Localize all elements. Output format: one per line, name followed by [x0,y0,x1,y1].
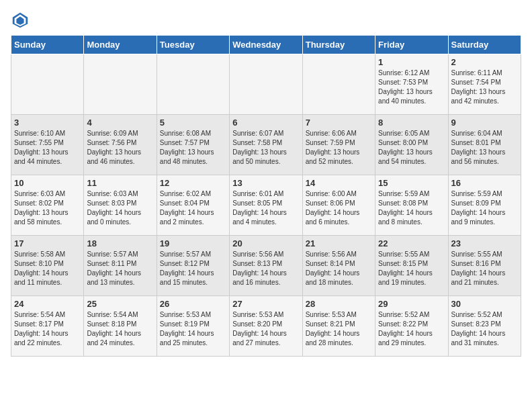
calendar-cell: 4Sunrise: 6:09 AM Sunset: 7:56 PM Daylig… [84,115,157,175]
cell-info: Sunrise: 5:52 AM Sunset: 8:22 PM Dayligh… [378,310,445,348]
logo [11,11,32,30]
weekday-header: Wednesday [230,36,302,54]
day-number: 10 [14,178,81,188]
calendar-cell: 11Sunrise: 6:03 AM Sunset: 8:03 PM Dayli… [84,175,157,236]
calendar-cell: 21Sunrise: 5:56 AM Sunset: 8:14 PM Dayli… [302,236,375,296]
cell-info: Sunrise: 5:53 AM Sunset: 8:19 PM Dayligh… [160,310,226,348]
cell-info: Sunrise: 6:09 AM Sunset: 7:56 PM Dayligh… [87,129,153,167]
calendar-cell: 10Sunrise: 6:03 AM Sunset: 8:02 PM Dayli… [11,175,84,236]
calendar-cell [157,54,229,115]
day-number: 30 [451,299,518,309]
calendar-table: SundayMondayTuesdayWednesdayThursdayFrid… [11,35,521,357]
cell-info: Sunrise: 6:00 AM Sunset: 8:06 PM Dayligh… [306,189,372,227]
cell-info: Sunrise: 5:57 AM Sunset: 8:11 PM Dayligh… [87,250,153,287]
day-number: 12 [160,178,226,188]
cell-info: Sunrise: 6:12 AM Sunset: 7:53 PM Dayligh… [378,68,445,106]
weekday-header: Friday [375,36,448,54]
calendar-cell [302,54,375,115]
calendar-cell: 19Sunrise: 5:57 AM Sunset: 8:12 PM Dayli… [157,236,229,296]
calendar-cell: 29Sunrise: 5:52 AM Sunset: 8:22 PM Dayli… [375,296,448,357]
cell-info: Sunrise: 6:07 AM Sunset: 7:58 PM Dayligh… [232,129,299,167]
calendar-cell: 15Sunrise: 5:59 AM Sunset: 8:08 PM Dayli… [375,175,448,236]
weekday-header: Sunday [11,36,84,54]
calendar-cell: 25Sunrise: 5:54 AM Sunset: 8:18 PM Dayli… [84,296,157,357]
calendar-cell: 22Sunrise: 5:55 AM Sunset: 8:15 PM Dayli… [375,236,448,296]
calendar-cell: 12Sunrise: 6:02 AM Sunset: 8:04 PM Dayli… [157,175,229,236]
day-number: 1 [378,57,445,67]
calendar-cell [11,54,84,115]
calendar-week-row: 24Sunrise: 5:54 AM Sunset: 8:17 PM Dayli… [11,296,521,357]
calendar-cell: 3Sunrise: 6:10 AM Sunset: 7:55 PM Daylig… [11,115,84,175]
cell-info: Sunrise: 6:05 AM Sunset: 8:00 PM Dayligh… [378,129,445,167]
calendar-week-row: 17Sunrise: 5:58 AM Sunset: 8:10 PM Dayli… [11,236,521,296]
day-number: 25 [87,299,153,309]
calendar-cell: 7Sunrise: 6:06 AM Sunset: 7:59 PM Daylig… [302,115,375,175]
calendar-cell: 17Sunrise: 5:58 AM Sunset: 8:10 PM Dayli… [11,236,84,296]
calendar-cell: 18Sunrise: 5:57 AM Sunset: 8:11 PM Dayli… [84,236,157,296]
cell-info: Sunrise: 5:59 AM Sunset: 8:08 PM Dayligh… [378,189,445,227]
calendar-cell: 20Sunrise: 5:56 AM Sunset: 8:13 PM Dayli… [230,236,302,296]
calendar-cell: 16Sunrise: 5:59 AM Sunset: 8:09 PM Dayli… [448,175,521,236]
cell-info: Sunrise: 6:03 AM Sunset: 8:03 PM Dayligh… [87,189,153,227]
cell-info: Sunrise: 5:57 AM Sunset: 8:12 PM Dayligh… [160,250,226,287]
day-number: 29 [378,299,445,309]
day-number: 18 [87,238,153,248]
calendar-cell: 27Sunrise: 5:53 AM Sunset: 8:20 PM Dayli… [230,296,302,357]
calendar-week-row: 10Sunrise: 6:03 AM Sunset: 8:02 PM Dayli… [11,175,521,236]
calendar-header: SundayMondayTuesdayWednesdayThursdayFrid… [11,36,521,54]
day-number: 26 [160,299,226,309]
calendar-cell: 26Sunrise: 5:53 AM Sunset: 8:19 PM Dayli… [157,296,229,357]
day-number: 16 [451,178,518,188]
cell-info: Sunrise: 5:53 AM Sunset: 8:20 PM Dayligh… [232,310,299,348]
calendar-cell: 9Sunrise: 6:04 AM Sunset: 8:01 PM Daylig… [448,115,521,175]
calendar-cell: 14Sunrise: 6:00 AM Sunset: 8:06 PM Dayli… [302,175,375,236]
calendar-cell: 28Sunrise: 5:53 AM Sunset: 8:21 PM Dayli… [302,296,375,357]
weekday-header: Monday [84,36,157,54]
calendar-cell: 6Sunrise: 6:07 AM Sunset: 7:58 PM Daylig… [230,115,302,175]
cell-info: Sunrise: 5:55 AM Sunset: 8:16 PM Dayligh… [451,250,518,287]
day-number: 14 [306,178,372,188]
day-number: 22 [378,238,445,248]
cell-info: Sunrise: 6:11 AM Sunset: 7:54 PM Dayligh… [451,68,518,106]
calendar-cell: 5Sunrise: 6:08 AM Sunset: 7:57 PM Daylig… [157,115,229,175]
weekday-row: SundayMondayTuesdayWednesdayThursdayFrid… [11,36,521,54]
day-number: 4 [87,118,153,128]
day-number: 8 [378,118,445,128]
cell-info: Sunrise: 5:53 AM Sunset: 8:21 PM Dayligh… [306,310,372,348]
calendar-cell: 1Sunrise: 6:12 AM Sunset: 7:53 PM Daylig… [375,54,448,115]
day-number: 21 [306,238,372,248]
cell-info: Sunrise: 6:03 AM Sunset: 8:02 PM Dayligh… [14,189,81,227]
cell-info: Sunrise: 5:54 AM Sunset: 8:17 PM Dayligh… [14,310,81,348]
cell-info: Sunrise: 6:10 AM Sunset: 7:55 PM Dayligh… [14,129,81,167]
weekday-header: Saturday [448,36,521,54]
page-header [11,11,521,30]
day-number: 20 [232,238,299,248]
calendar-cell [84,54,157,115]
calendar-cell [230,54,302,115]
logo-icon [11,11,30,30]
day-number: 2 [451,57,518,67]
day-number: 27 [232,299,299,309]
day-number: 11 [87,178,153,188]
day-number: 23 [451,238,518,248]
day-number: 6 [232,118,299,128]
calendar-cell: 8Sunrise: 6:05 AM Sunset: 8:00 PM Daylig… [375,115,448,175]
cell-info: Sunrise: 5:58 AM Sunset: 8:10 PM Dayligh… [14,250,81,287]
cell-info: Sunrise: 6:04 AM Sunset: 8:01 PM Dayligh… [451,129,518,167]
day-number: 3 [14,118,81,128]
calendar-week-row: 1Sunrise: 6:12 AM Sunset: 7:53 PM Daylig… [11,54,521,115]
calendar-cell: 13Sunrise: 6:01 AM Sunset: 8:05 PM Dayli… [230,175,302,236]
cell-info: Sunrise: 5:56 AM Sunset: 8:13 PM Dayligh… [232,250,299,287]
day-number: 5 [160,118,226,128]
day-number: 7 [306,118,372,128]
cell-info: Sunrise: 6:02 AM Sunset: 8:04 PM Dayligh… [160,189,226,227]
cell-info: Sunrise: 5:54 AM Sunset: 8:18 PM Dayligh… [87,310,153,348]
day-number: 28 [306,299,372,309]
day-number: 17 [14,238,81,248]
cell-info: Sunrise: 5:52 AM Sunset: 8:23 PM Dayligh… [451,310,518,348]
cell-info: Sunrise: 5:59 AM Sunset: 8:09 PM Dayligh… [451,189,518,227]
day-number: 13 [232,178,299,188]
day-number: 24 [14,299,81,309]
calendar-cell: 30Sunrise: 5:52 AM Sunset: 8:23 PM Dayli… [448,296,521,357]
calendar-cell: 23Sunrise: 5:55 AM Sunset: 8:16 PM Dayli… [448,236,521,296]
